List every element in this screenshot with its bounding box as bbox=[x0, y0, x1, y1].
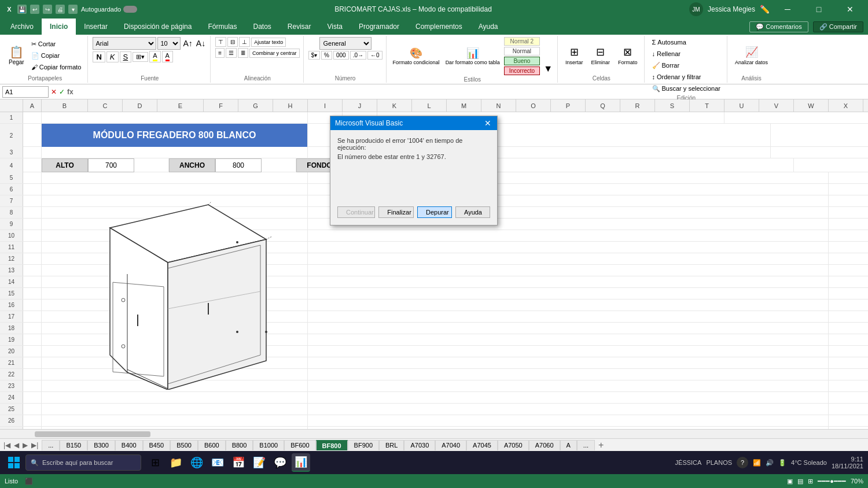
cancel-formula-icon[interactable]: ✕ bbox=[51, 88, 57, 96]
underline-button[interactable]: S bbox=[120, 51, 132, 62]
sheet-tab-B600[interactable]: B600 bbox=[198, 440, 226, 450]
font-select[interactable]: Arial bbox=[93, 37, 156, 50]
cell-A8[interactable] bbox=[23, 207, 42, 219]
cell-BtoJ-23[interactable] bbox=[42, 380, 308, 392]
maximize-button[interactable]: □ bbox=[806, 0, 832, 19]
cell-A20[interactable] bbox=[23, 346, 42, 357]
cell-ancho-label[interactable]: ANCHO bbox=[169, 158, 215, 172]
save-icon[interactable]: 💾 bbox=[17, 5, 27, 14]
cell-alto-value[interactable]: 700 bbox=[88, 158, 134, 172]
cell-BtoJ-7[interactable] bbox=[42, 195, 308, 207]
cell-A25[interactable] bbox=[23, 404, 42, 415]
percent-button[interactable]: % bbox=[321, 51, 332, 60]
cell-A2[interactable] bbox=[23, 124, 42, 147]
conditional-format-button[interactable]: 🎨 Formato condicional bbox=[391, 45, 442, 67]
wrap-text-button[interactable]: Ajustar texto bbox=[251, 38, 286, 47]
cell-rest-13[interactable] bbox=[308, 265, 829, 276]
increase-font-button[interactable]: A↑ bbox=[182, 39, 193, 48]
cell-BtoJ-8[interactable] bbox=[42, 207, 308, 219]
cell-A9[interactable] bbox=[23, 219, 42, 230]
style-bueno-button[interactable]: Bueno bbox=[504, 57, 540, 65]
redo-icon[interactable]: ↪ bbox=[43, 5, 52, 14]
align-bottom-button[interactable]: ⊥ bbox=[239, 37, 250, 47]
outlook-app[interactable]: 📧 bbox=[208, 453, 227, 472]
cell-A13[interactable] bbox=[23, 265, 42, 276]
cell-rest-10[interactable] bbox=[308, 230, 829, 242]
cell-A23[interactable] bbox=[23, 380, 42, 392]
merge-center-button[interactable]: Combinar y centrar bbox=[249, 49, 300, 58]
share-button[interactable]: 🔗 Compartir bbox=[813, 21, 863, 32]
tab-inicio[interactable]: Inicio bbox=[42, 19, 76, 35]
border-button[interactable]: ⊞▾ bbox=[133, 52, 148, 62]
prev-sheet-button[interactable]: ◀ bbox=[13, 441, 20, 449]
format-as-table-button[interactable]: 📊 Dar formato como tabla bbox=[444, 45, 502, 67]
format-painter-button[interactable]: 🖌 Copiar formato bbox=[28, 62, 84, 72]
macro-record-icon[interactable]: ⬛ bbox=[25, 478, 33, 485]
cell-BtoJ-25[interactable] bbox=[42, 404, 308, 415]
decrease-font-button[interactable]: A↓ bbox=[195, 39, 207, 48]
sheet-tab-A[interactable]: A bbox=[560, 440, 577, 450]
sheet-tab-A7030[interactable]: A7030 bbox=[404, 440, 435, 450]
sort-button[interactable]: ↕ Ordenar y filtrar bbox=[649, 72, 724, 82]
finalize-button[interactable]: Finalizar bbox=[378, 206, 414, 218]
help-button[interactable]: Ayuda bbox=[455, 206, 490, 218]
first-sheet-button[interactable]: |◀ bbox=[2, 441, 12, 449]
cell-A14[interactable] bbox=[23, 276, 42, 288]
sheet-tab-A7050[interactable]: A7050 bbox=[498, 440, 529, 450]
cell-BtoJ-22[interactable] bbox=[42, 369, 308, 380]
cell-BtoJ-18[interactable] bbox=[42, 323, 308, 334]
cell-rest-24[interactable] bbox=[308, 392, 829, 404]
col-header-T[interactable]: T bbox=[690, 99, 724, 112]
view-page-layout-button[interactable]: ▤ bbox=[797, 478, 803, 485]
sheet-tab-BF800[interactable]: BF800 bbox=[316, 440, 348, 450]
fill-color-button[interactable]: A bbox=[149, 51, 160, 62]
horizontal-scrollbar[interactable] bbox=[0, 429, 868, 438]
help-icon[interactable]: ? bbox=[737, 457, 748, 468]
sheet-tab-ellipsis[interactable]: ... bbox=[42, 440, 60, 450]
font-size-select[interactable]: 10 bbox=[157, 37, 181, 50]
tab-formulas[interactable]: Fórmulas bbox=[200, 19, 245, 35]
cell-BtoJ-10[interactable] bbox=[42, 230, 308, 242]
italic-button[interactable]: K bbox=[106, 51, 119, 62]
sheet-tab-B300[interactable]: B300 bbox=[87, 440, 115, 450]
tab-datos[interactable]: Datos bbox=[245, 19, 279, 35]
cell-A6[interactable] bbox=[23, 184, 42, 195]
print-icon[interactable]: 🖨 bbox=[56, 5, 65, 14]
col-header-A[interactable]: A bbox=[23, 99, 42, 112]
tab-revisar[interactable]: Revisar bbox=[279, 19, 319, 35]
col-header-L[interactable]: L bbox=[412, 99, 447, 112]
cell-BtoJ-16[interactable] bbox=[42, 300, 308, 311]
sheet-tab-BRL[interactable]: BRL bbox=[379, 440, 404, 450]
volume-icon[interactable]: 🔊 bbox=[766, 459, 774, 467]
style-incorrecto-button[interactable]: Incorrecto bbox=[504, 66, 540, 75]
style-normal2-button[interactable]: Normal 2 bbox=[504, 37, 540, 46]
whatsapp-app[interactable]: 💬 bbox=[271, 453, 289, 472]
format-cells-button[interactable]: ⊠ Formato bbox=[615, 38, 641, 73]
col-header-G[interactable]: G bbox=[238, 99, 273, 112]
font-color-button[interactable]: A bbox=[162, 51, 173, 62]
sheet-tab-A7060[interactable]: A7060 bbox=[529, 440, 560, 450]
style-normal-button[interactable]: Normal bbox=[504, 47, 540, 56]
thousand-button[interactable]: 000 bbox=[333, 51, 349, 60]
accounting-button[interactable]: $▾ bbox=[308, 51, 321, 60]
formula-input[interactable] bbox=[76, 86, 866, 98]
cell-A11[interactable] bbox=[23, 242, 42, 253]
cell-rest-12[interactable] bbox=[308, 253, 829, 265]
col-header-K[interactable]: K bbox=[377, 99, 412, 112]
cell-BtoJ-17[interactable] bbox=[42, 311, 308, 323]
paste-button[interactable]: 📋 Pegar bbox=[6, 38, 27, 73]
sheet-tab-B800[interactable]: B800 bbox=[226, 440, 253, 450]
col-header-B[interactable]: B bbox=[42, 99, 88, 112]
fill-button[interactable]: ↓ Rellenar bbox=[649, 49, 724, 59]
undo-icon[interactable]: ↩ bbox=[30, 5, 39, 14]
cell-A5[interactable] bbox=[23, 172, 42, 184]
cell-rest-18[interactable] bbox=[308, 323, 829, 334]
battery-icon[interactable]: 🔋 bbox=[778, 459, 786, 467]
cell-rest-25[interactable] bbox=[308, 404, 829, 415]
add-sheet-button[interactable]: + bbox=[595, 440, 607, 450]
close-button[interactable]: ✕ bbox=[837, 0, 863, 19]
sheet-tab-more[interactable]: ... bbox=[577, 440, 595, 450]
cell-BtoJ-26[interactable] bbox=[42, 415, 308, 427]
insert-cells-button[interactable]: ⊞ Insertar bbox=[562, 38, 586, 73]
cell-A1[interactable] bbox=[23, 112, 42, 124]
